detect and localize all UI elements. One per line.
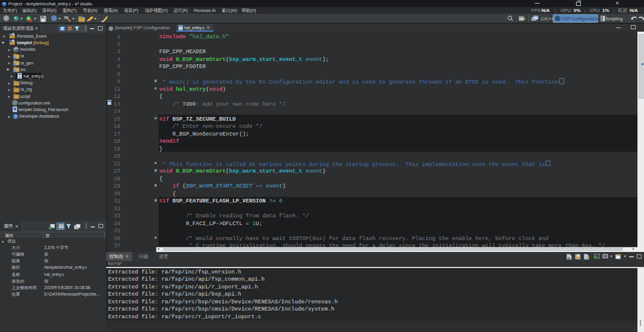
svg-text:c: c: [180, 27, 182, 30]
svg-text:?: ?: [14, 113, 17, 119]
